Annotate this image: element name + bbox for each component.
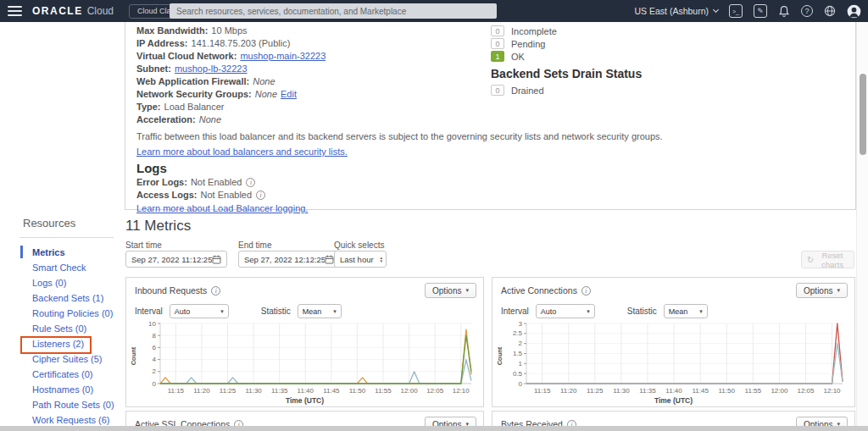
log-value: Not Enabled	[191, 176, 242, 189]
statistic-select[interactable]: Mean▾	[664, 304, 708, 318]
resources-heading: Resources	[23, 217, 75, 229]
detail-label: IP Address:	[136, 38, 188, 48]
brand-oracle: ORACLE	[32, 5, 83, 17]
svg-text:11:20: 11:20	[560, 387, 577, 395]
backend-drain-heading: Backend Sets Drain Status	[491, 67, 642, 80]
chart-ylabel: Count	[496, 340, 504, 373]
chart-header: Active ConnectionsiOptions▾	[501, 283, 848, 298]
sidebar-item-path-route-sets-0[interactable]: Path Route Sets (0)	[13, 397, 114, 412]
interval-select[interactable]: Auto▾	[170, 304, 229, 318]
reset-charts-button[interactable]: ↻ Reset charts	[801, 251, 854, 268]
info-icon[interactable]: i	[246, 178, 255, 187]
resources-divider	[19, 237, 114, 238]
svg-text:0: 0	[153, 380, 157, 388]
info-icon[interactable]: i	[581, 286, 591, 296]
statistic-label: Statistic	[627, 307, 657, 316]
region-selector[interactable]: US East (Ashburn)	[634, 6, 718, 16]
scrollbar-thumb[interactable]	[860, 74, 866, 155]
sidebar-item-cipher-suites-5[interactable]: Cipher Suites (5)	[13, 351, 114, 367]
status-row: 0Incomplete	[491, 25, 642, 37]
start-time-input[interactable]: Sep 27, 2022 11:12:25 UTC	[125, 251, 227, 268]
chart-options-button[interactable]: Options▾	[796, 283, 848, 298]
sidebar-item-certificates-0[interactable]: Certificates (0)	[13, 367, 114, 382]
svg-text:4: 4	[153, 356, 157, 363]
svg-text:11:55: 11:55	[745, 387, 762, 395]
status-count-badge: 0	[491, 25, 504, 36]
access-logs-row: Access Logs:Not Enabledi	[136, 189, 663, 202]
interval-select[interactable]: Auto▾	[536, 304, 595, 318]
detail-link[interactable]: mushop-main-32223	[240, 51, 326, 61]
detail-label: Web Application Firewall:	[136, 76, 249, 86]
end-time-input[interactable]: Sep 27, 2022 12:12:25 UTC	[238, 251, 340, 268]
status-row: 0Pending	[491, 37, 642, 50]
statistic-select[interactable]: Mean▾	[298, 304, 342, 318]
svg-text:10: 10	[148, 320, 156, 328]
svg-text:12:00: 12:00	[401, 387, 419, 395]
detail-field: Type:Load Balancer	[136, 101, 663, 113]
svg-text:12:00: 12:00	[771, 387, 788, 395]
svg-text:11:55: 11:55	[375, 387, 392, 395]
spinner-icon: ▴▾	[380, 256, 382, 262]
detail-value: None	[253, 76, 275, 86]
quick-selects-dropdown[interactable]: Last hour ▴▾	[334, 251, 387, 268]
svg-text:12:10: 12:10	[824, 387, 842, 395]
sidebar-item-smart-check[interactable]: Smart Check	[13, 260, 114, 275]
svg-text:2: 2	[153, 367, 157, 375]
chart-options-button[interactable]: Options▾	[425, 283, 476, 298]
vertical-scrollbar[interactable]	[856, 22, 868, 431]
topbar-right-cluster: US East (Ashburn) >_ ✎ ?	[634, 0, 861, 22]
svg-text:11:15: 11:15	[168, 387, 185, 395]
svg-text:3: 3	[519, 320, 523, 328]
notifications-bell-icon[interactable]	[778, 5, 790, 18]
learn-security-link[interactable]: Learn more about load balancers and secu…	[136, 146, 348, 157]
oracle-cloud-logo[interactable]: ORACLE Cloud	[32, 5, 114, 17]
hamburger-menu-icon[interactable]	[8, 6, 22, 16]
detail-link[interactable]: Edit	[281, 89, 297, 99]
detail-label: Max Bandwidth:	[136, 25, 208, 36]
language-globe-icon[interactable]	[824, 5, 836, 17]
options-label: Options	[804, 286, 832, 296]
svg-text:11:45: 11:45	[692, 387, 709, 395]
sidebar-item-logs-0[interactable]: Logs (0)	[13, 275, 114, 290]
sidebar-item-listeners-2[interactable]: Listeners (2)	[13, 336, 114, 351]
user-avatar[interactable]	[847, 4, 861, 19]
svg-text:2: 2	[519, 340, 523, 347]
sidebar-item-rule-sets-0[interactable]: Rule Sets (0)	[13, 321, 114, 336]
detail-link[interactable]: mushop-lb-32223	[175, 64, 248, 74]
svg-text:11:30: 11:30	[613, 387, 630, 395]
end-time-label: End time	[238, 240, 271, 250]
sidebar-item-hostnames-0[interactable]: Hostnames (0)	[13, 382, 114, 397]
status-label: Pending	[511, 39, 545, 49]
chart-controls: IntervalAuto▾StatisticMean▾	[135, 304, 342, 318]
caret-down-icon: ▾	[215, 308, 224, 315]
calendar-icon[interactable]	[325, 255, 334, 264]
svg-text:11:20: 11:20	[193, 387, 210, 395]
status-label: Drained	[511, 86, 544, 96]
learn-security-row: Learn more about load balancers and secu…	[136, 146, 663, 157]
help-icon[interactable]: ?	[801, 5, 813, 17]
edit-pencil-icon[interactable]: ✎	[754, 4, 767, 18]
chart-controls: IntervalAuto▾StatisticMean▾	[501, 304, 708, 318]
status-label: Incomplete	[511, 26, 557, 36]
info-icon[interactable]: i	[211, 286, 220, 296]
sidebar-item-backend-sets-1[interactable]: Backend Sets (1)	[13, 290, 114, 306]
sidebar-item-routing-policies-0[interactable]: Routing Policies (0)	[13, 306, 114, 321]
svg-text:11:25: 11:25	[587, 387, 604, 395]
info-icon[interactable]: i	[256, 191, 265, 200]
search-input[interactable]	[170, 3, 497, 19]
start-time-label: Start time	[125, 240, 162, 250]
load-balancer-details-panel: Max Bandwidth:10 MbpsIP Address:141.148.…	[125, 22, 856, 210]
calendar-icon[interactable]	[212, 255, 221, 264]
resources-nav: MetricsSmart CheckLogs (0)Backend Sets (…	[13, 245, 114, 428]
learn-logging-link[interactable]: Learn more about Load Balancer logging.	[136, 203, 308, 213]
backend-drain-rows: 0Drained	[491, 84, 642, 97]
chart-xlabel: Time (UTC)	[126, 396, 483, 405]
cloud-shell-icon[interactable]: >_	[729, 4, 743, 18]
metrics-heading: 11 Metrics	[125, 218, 191, 235]
svg-text:6: 6	[153, 344, 157, 351]
statistic-value: Mean	[303, 307, 322, 316]
detail-label: Network Security Groups:	[136, 89, 252, 99]
sidebar-item-metrics[interactable]: Metrics	[13, 245, 114, 260]
detail-value: None	[199, 114, 221, 124]
quick-selects-label: Quick selects	[334, 240, 384, 250]
